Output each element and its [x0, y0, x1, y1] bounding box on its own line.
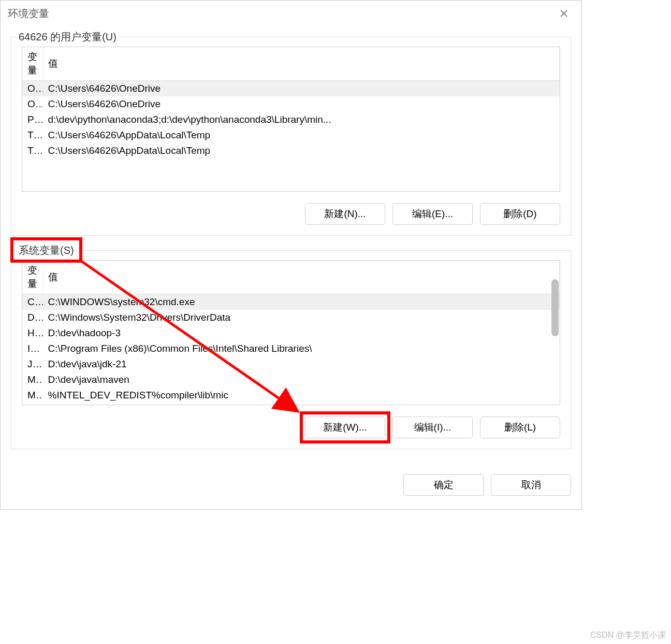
table-row[interactable]: HADOOP_HOMED:\dev\hadoop-3 — [22, 325, 560, 341]
var-name-cell: Path — [22, 112, 43, 127]
system-vars-button-row: 新建(W)... 编辑(I)... 删除(L) — [22, 417, 560, 438]
var-name-cell: HADOOP_HOME — [22, 325, 43, 341]
var-name-cell: JAVA_HOME — [22, 356, 43, 372]
var-value-cell: D:\dev\java\maven — [43, 372, 560, 388]
var-name-cell: OneDriveConsumer — [22, 96, 43, 112]
var-value-cell: C:\Users\64626\OneDrive — [43, 81, 560, 97]
titlebar: 环境变量 — [1, 1, 581, 26]
user-new-button[interactable]: 新建(N)... — [305, 203, 385, 225]
var-value-cell: C:\WINDOWS\system32\cmd.exe — [43, 294, 560, 310]
var-value-cell: AMERICAN_AMERICA.AL32UTF8 — [43, 403, 560, 405]
system-new-button[interactable]: 新建(W)... — [305, 417, 385, 438]
table-row[interactable]: OneDriveC:\Users\64626\OneDrive — [22, 81, 560, 97]
var-name-cell: INTEL_DEV_REDIST — [22, 341, 43, 356]
var-value-cell: C:\Windows\System32\Drivers\DriverData — [43, 310, 560, 325]
var-name-cell: MIC_LD_LIBRARY_PATH — [22, 388, 43, 403]
system-vars-table: 变量 值 ComSpecC:\WINDOWS\system32\cmd.exeD… — [22, 261, 560, 405]
table-row[interactable]: M2_HOMED:\dev\java\maven — [22, 372, 560, 388]
dialog-footer: 确定 取消 — [1, 469, 581, 509]
table-row[interactable]: ComSpecC:\WINDOWS\system32\cmd.exe — [22, 294, 560, 310]
user-edit-button[interactable]: 编辑(E)... — [392, 203, 473, 225]
system-vars-group-label: 系统变量(S) — [17, 244, 76, 257]
var-value-cell: C:\Users\64626\AppData\Local\Temp — [43, 143, 560, 159]
var-value-cell: C:\Users\64626\AppData\Local\Temp — [43, 127, 560, 143]
var-value-cell: C:\Program Files (x86)\Common Files\Inte… — [43, 341, 560, 356]
ok-button[interactable]: 确定 — [403, 474, 484, 496]
var-value-cell: D:\dev\java\jdk-21 — [43, 356, 560, 372]
watermark: CSDN @李昊哲小课 — [590, 630, 666, 641]
table-row[interactable]: INTEL_DEV_REDISTC:\Program Files (x86)\C… — [22, 341, 560, 356]
table-row[interactable]: MIC_LD_LIBRARY_PATH%INTEL_DEV_REDIST%com… — [22, 388, 560, 403]
var-name-cell: M2_HOME — [22, 372, 43, 388]
user-vars-group: 64626 的用户变量(U) 变量 值 OneDriveC:\Users\646… — [11, 37, 571, 236]
system-vars-group: 系统变量(S) 变量 值 ComSpecC:\WINDOWS\system32\… — [11, 250, 571, 449]
cancel-button[interactable]: 取消 — [491, 474, 571, 496]
var-value-cell: %INTEL_DEV_REDIST%compiler\lib\mic — [43, 388, 560, 403]
table-row[interactable]: TEMPC:\Users\64626\AppData\Local\Temp — [22, 127, 560, 143]
var-value-cell: D:\dev\hadoop-3 — [43, 325, 560, 341]
env-vars-window: 环境变量 64626 的用户变量(U) 变量 值 OneDriv — [0, 0, 582, 510]
sys-col-header-value[interactable]: 值 — [43, 261, 560, 294]
system-vars-table-wrap[interactable]: 变量 值 ComSpecC:\WINDOWS\system32\cmd.exeD… — [22, 260, 560, 405]
window-title: 环境变量 — [8, 7, 49, 21]
user-vars-table-wrap[interactable]: 变量 值 OneDriveC:\Users\64626\OneDriveOneD… — [22, 47, 560, 192]
user-vars-button-row: 新建(N)... 编辑(E)... 删除(D) — [22, 203, 560, 225]
system-delete-button[interactable]: 删除(L) — [480, 417, 560, 438]
var-name-cell: ComSpec — [22, 294, 43, 310]
table-row[interactable]: JAVA_HOMED:\dev\java\jdk-21 — [22, 356, 560, 372]
system-scrollbar-thumb[interactable] — [551, 279, 559, 336]
var-value-cell: d:\dev\python\anaconda3;d:\dev\python\an… — [43, 112, 560, 127]
user-col-header-value[interactable]: 值 — [43, 47, 560, 81]
table-row[interactable]: TMPC:\Users\64626\AppData\Local\Temp — [22, 143, 560, 159]
table-row[interactable]: OneDriveConsumerC:\Users\64626\OneDrive — [22, 96, 560, 112]
close-icon — [560, 9, 568, 18]
var-name-cell: DriverData — [22, 310, 43, 325]
table-row[interactable]: DriverDataC:\Windows\System32\Drivers\Dr… — [22, 310, 560, 325]
table-row[interactable]: Pathd:\dev\python\anaconda3;d:\dev\pytho… — [22, 112, 560, 127]
table-row[interactable]: NLSAMERICAN_AMERICA.AL32UTF8 — [22, 403, 560, 405]
var-value-cell: C:\Users\64626\OneDrive — [43, 96, 560, 112]
close-button[interactable] — [553, 6, 574, 21]
user-delete-button[interactable]: 删除(D) — [480, 203, 560, 225]
sys-col-header-name[interactable]: 变量 — [22, 261, 43, 294]
var-name-cell: NLS — [22, 403, 43, 405]
var-name-cell: TMP — [22, 143, 43, 159]
dialog-content: 64626 的用户变量(U) 变量 值 OneDriveC:\Users\646… — [1, 26, 581, 469]
user-vars-group-label: 64626 的用户变量(U) — [17, 30, 119, 44]
var-name-cell: OneDrive — [22, 81, 43, 97]
user-col-header-name[interactable]: 变量 — [22, 47, 43, 81]
var-name-cell: TEMP — [22, 127, 43, 143]
user-vars-table: 变量 值 OneDriveC:\Users\64626\OneDriveOneD… — [22, 47, 560, 159]
system-edit-button[interactable]: 编辑(I)... — [392, 417, 473, 438]
